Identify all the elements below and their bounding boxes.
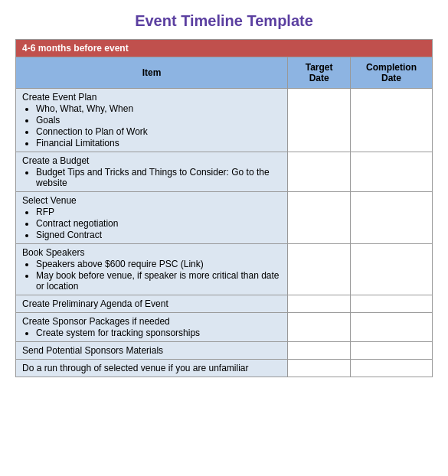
list-item: Contract negotiation: [36, 218, 281, 229]
target-date-cell: [288, 360, 351, 377]
table-row: Create Sponsor Packages if needed Create…: [16, 313, 433, 342]
column-header-row: Item Target Date Completion Date: [16, 57, 433, 89]
item-cell: Select Venue RFP Contract negotiation Si…: [16, 192, 288, 244]
item-bullet-list: Who, What, Why, When Goals Connection to…: [36, 103, 281, 148]
target-date-cell: [288, 342, 351, 360]
target-date-cell: [288, 244, 351, 295]
target-date-cell: [288, 295, 351, 313]
completion-date-cell: [351, 152, 433, 192]
item-main-text: Select Venue: [22, 195, 77, 206]
item-main-text: Do a run through of selected venue if yo…: [22, 363, 249, 373]
target-date-cell: [288, 192, 351, 244]
table-row: Create Event Plan Who, What, Why, When G…: [16, 89, 433, 152]
item-bullet-list: Budget Tips and Tricks and Things to Con…: [36, 167, 281, 188]
list-item: Goals: [36, 115, 281, 126]
item-cell: Do a run through of selected venue if yo…: [16, 360, 288, 377]
section-header-cell: 4-6 months before event: [16, 40, 433, 57]
target-date-cell: [288, 152, 351, 192]
completion-date-cell: [351, 192, 433, 244]
table-row: Send Potential Sponsors Materials: [16, 342, 433, 360]
list-item: Who, What, Why, When: [36, 103, 281, 114]
timeline-table: 4-6 months before event Item Target Date…: [15, 39, 433, 377]
target-date-cell: [288, 313, 351, 342]
completion-date-cell: [351, 360, 433, 377]
table-row: Do a run through of selected venue if yo…: [16, 360, 433, 377]
list-item: Financial Limitations: [36, 138, 281, 148]
list-item: Create system for tracking sponsorships: [36, 328, 281, 338]
list-item: Speakers above $600 require PSC (Link): [36, 259, 281, 269]
item-cell: Send Potential Sponsors Materials: [16, 342, 288, 360]
item-cell: Create a Budget Budget Tips and Tricks a…: [16, 152, 288, 192]
item-bullet-list: Create system for tracking sponsorships: [36, 328, 281, 338]
table-row: Create a Budget Budget Tips and Tricks a…: [16, 152, 433, 192]
target-date-cell: [288, 89, 351, 152]
item-main-text: Create Sponsor Packages if needed: [22, 316, 170, 327]
completion-date-cell: [351, 89, 433, 152]
item-bullet-list: Speakers above $600 require PSC (Link) M…: [36, 259, 281, 292]
completion-date-cell: [351, 295, 433, 313]
completion-date-cell: [351, 244, 433, 295]
list-item: May book before venue, if speaker is mor…: [36, 270, 281, 292]
item-cell: Create Preliminary Agenda of Event: [16, 295, 288, 313]
col-header-target-date: Target Date: [288, 57, 351, 89]
list-item: Budget Tips and Tricks and Things to Con…: [36, 167, 281, 188]
col-header-item: Item: [16, 57, 288, 89]
item-cell: Create Sponsor Packages if needed Create…: [16, 313, 288, 342]
item-main-text: Book Speakers: [22, 247, 84, 258]
item-main-text: Create Preliminary Agenda of Event: [22, 298, 168, 309]
item-bullet-list: RFP Contract negotiation Signed Contract: [36, 207, 281, 240]
list-item: Connection to Plan of Work: [36, 126, 281, 137]
item-main-text: Send Potential Sponsors Materials: [22, 345, 163, 356]
table-row: Create Preliminary Agenda of Event: [16, 295, 433, 313]
col-header-completion-date: Completion Date: [351, 57, 433, 89]
table-row: Select Venue RFP Contract negotiation Si…: [16, 192, 433, 244]
section-header-row: 4-6 months before event: [16, 40, 433, 57]
list-item: RFP: [36, 207, 281, 217]
page-title: Event Timeline Template: [15, 12, 433, 30]
item-main-text: Create a Budget: [22, 155, 89, 166]
item-cell: Create Event Plan Who, What, Why, When G…: [16, 89, 288, 152]
completion-date-cell: [351, 313, 433, 342]
table-row: Book Speakers Speakers above $600 requir…: [16, 244, 433, 295]
item-main-text: Create Event Plan: [22, 92, 96, 103]
list-item: Signed Contract: [36, 230, 281, 240]
completion-date-cell: [351, 342, 433, 360]
item-cell: Book Speakers Speakers above $600 requir…: [16, 244, 288, 295]
